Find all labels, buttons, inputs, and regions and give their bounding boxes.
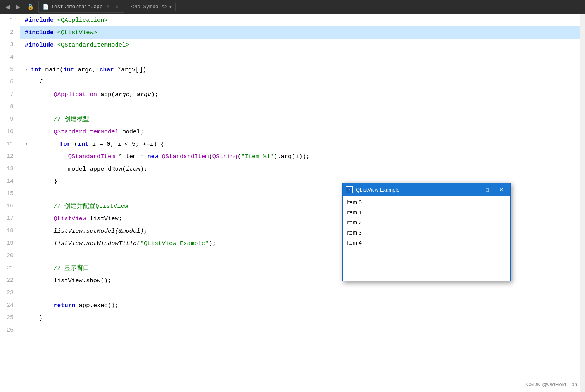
line-number: 19 [0,237,17,250]
token: QString [212,150,238,163]
token: listView.setModel(&model); [25,225,147,237]
code-line [20,324,580,337]
token: QStandardItem [162,150,209,163]
line-number: 8 [0,101,17,113]
qt-preview-window[interactable]: ▪ QListView Example ─ □ ✕ Item 0Item 1It… [342,183,511,281]
code-line: #include <QListView> [20,26,580,39]
line-number: 17 [0,212,17,225]
token: <QStandardItemModel> [57,39,129,51]
qt-window-title: QListView Example [356,187,465,193]
token: i = 0; i < 5; ++i) { [88,138,164,150]
token: app.exec(); [75,299,119,312]
line-number: 13 [0,163,17,175]
token: , [129,88,137,101]
code-line: } [20,312,580,324]
tab-arrow-icon[interactable]: ⬍ [105,3,111,10]
line-number: 26 [0,324,17,337]
token [25,126,53,138]
token: ( [238,150,241,163]
qt-minimize-button[interactable]: ─ [468,185,479,194]
tab-close-button[interactable]: ✕ [113,3,120,11]
token: // 创建模型 [25,113,89,126]
qt-list-content: Item 0Item 1Item 2Item 3Item 4 [343,196,510,281]
qt-titlebar: ▪ QListView Example ─ □ ✕ [343,183,510,196]
token: QStandardItemModel [53,126,118,138]
line-number: 11 [0,138,17,150]
code-line: ▾ int main(int argc, char *argv[]) [20,64,580,76]
qt-close-button[interactable]: ✕ [496,185,507,194]
code-line [20,51,580,64]
token: <QListView> [57,26,97,39]
token: #include [25,39,57,51]
token [25,88,53,101]
code-line: QStandardItem *item = new QStandardItem(… [20,150,580,163]
line-number: 18 [0,225,17,237]
code-line: return app.exec(); [20,299,580,312]
back-button[interactable]: ◀ [3,3,12,11]
line-number: 4 [0,51,17,64]
code-line: #include <QApplication> [20,14,580,26]
token: argc [115,88,129,101]
line-number: 15 [0,188,17,200]
code-line [20,101,580,113]
token: listView; [86,212,122,225]
file-tab[interactable]: 📄 TestDemo/main.cpp ⬍ ✕ [38,1,124,13]
token: new [147,150,158,163]
title-bar: ◀ ▶ 🔒 📄 TestDemo/main.cpp ⬍ ✕ <No Symbol… [0,0,585,14]
code-line: { [20,76,580,88]
token [25,150,68,163]
token: model.appendRow( [25,163,126,175]
token: QApplication [53,88,97,101]
token: <QApplication> [57,14,108,26]
token: ); [140,163,148,175]
token: QListView [53,212,86,225]
symbols-arrow-icon: ▾ [169,4,172,10]
token: QStandardItem [68,150,115,163]
line-number: 2 [0,26,17,39]
line-number: 3 [0,39,17,51]
token: ); [151,88,159,101]
token: app( [97,88,115,101]
token: ); [209,237,216,250]
qt-maximize-button[interactable]: □ [482,185,493,194]
token: "QListView Example" [140,237,209,250]
token [25,299,53,312]
line-number: 25 [0,312,17,324]
nav-arrows: ◀ ▶ [3,3,22,11]
line-number: 9 [0,113,17,126]
line-number: 14 [0,175,17,188]
token [158,150,162,163]
token: "Item %1" [241,150,274,163]
line-number: 24 [0,299,17,312]
code-line: QStandardItemModel model; [20,126,580,138]
token: // 显示窗口 [25,262,89,275]
line-number: 10 [0,126,17,138]
code-line: QApplication app(argc, argv); [20,88,580,101]
token: } [25,175,57,188]
token: item [126,163,140,175]
token: listView.show(); [25,275,111,287]
token: for [60,138,71,150]
token: main( [42,64,64,76]
list-item[interactable]: Item 4 [343,238,509,248]
scrollbar[interactable] [580,14,585,392]
token: #include [25,26,57,39]
line-number: 22 [0,275,17,287]
code-line: // 创建模型 [20,113,580,126]
list-item[interactable]: Item 1 [343,207,509,218]
token: listView.setWindowTitle( [25,237,140,250]
token [31,138,60,150]
token: *argv[]) [114,64,147,76]
code-line: model.appendRow(item); [20,163,580,175]
list-item[interactable]: Item 2 [343,218,509,228]
line-number: 21 [0,262,17,275]
forward-button[interactable]: ▶ [13,3,22,11]
line-number: 6 [0,76,17,88]
symbols-label: <No Symbols> [131,4,167,10]
code-line: ▾ for (int i = 0; i < 5; ++i) { [20,138,580,150]
symbols-box[interactable]: <No Symbols> ▾ [128,3,175,11]
token: argc, [74,64,99,76]
line-number-gutter: 1234567891011121314151617181920212223242… [0,14,20,392]
list-item[interactable]: Item 0 [343,197,509,207]
list-item[interactable]: Item 3 [343,228,509,238]
